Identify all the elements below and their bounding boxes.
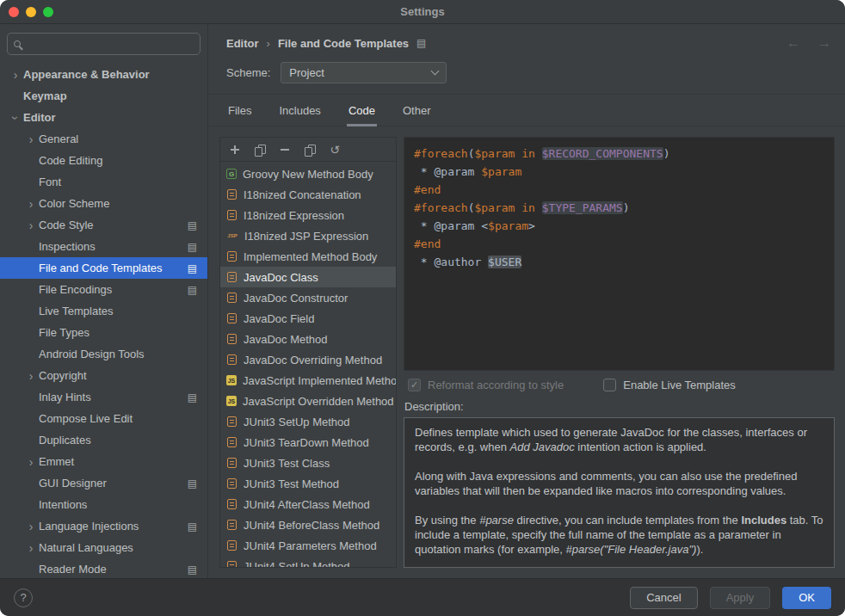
template-item-javadoc-method[interactable]: JavaDoc Method <box>220 329 396 349</box>
sidebar-item-gui-designer[interactable]: GUI Designer▤ <box>0 472 207 494</box>
sidebar-item-color-scheme[interactable]: ›Color Scheme <box>0 193 207 214</box>
sidebar-item-label: Duplicates <box>39 434 91 447</box>
reformat-label: Reformat according to style <box>428 379 564 391</box>
template-item-implemented-method-body[interactable]: Implemented Method Body <box>220 246 396 267</box>
template-item-junit4-parameters-method[interactable]: JUnit4 Parameters Method <box>220 535 396 556</box>
chevron-collapsed-icon[interactable]: › <box>26 543 36 553</box>
template-item-javadoc-field[interactable]: JavaDoc Field <box>220 308 396 329</box>
per-project-icon: ▤ <box>188 564 197 576</box>
sidebar-item-duplicates[interactable]: Duplicates <box>0 429 207 451</box>
chevron-collapsed-icon[interactable]: › <box>26 521 36 532</box>
settings-search-field[interactable] <box>7 33 200 55</box>
chevron-collapsed-icon[interactable]: › <box>10 70 21 80</box>
sidebar-item-file-encodings[interactable]: File Encodings▤ <box>0 279 207 300</box>
description-text[interactable]: Defines template which used to generate … <box>404 417 835 568</box>
settings-main: Editor › File and Code Templates ▤ ← → S… <box>208 24 845 578</box>
ok-button[interactable]: OK <box>782 587 831 609</box>
sidebar-item-inspections[interactable]: Inspections▤ <box>0 236 207 257</box>
sidebar-item-reader-mode[interactable]: Reader Mode▤ <box>0 558 207 578</box>
copy-template-icon[interactable] <box>303 143 317 157</box>
apply-button[interactable]: Apply <box>710 587 771 609</box>
template-item-label: Implemented Method Body <box>244 250 377 263</box>
add-template-icon[interactable] <box>228 143 242 157</box>
sidebar-item-label: Inlay Hints <box>39 391 91 403</box>
description-label: Description: <box>404 400 835 413</box>
template-item-javascript-overridden-method[interactable]: JSJavaScript Overridden Method <box>220 391 396 411</box>
template-item-junit4-beforeclass-method[interactable]: JUnit4 BeforeClass Method <box>220 514 396 535</box>
sidebar-item-copyright[interactable]: ›Copyright <box>0 365 207 386</box>
minimize-button[interactable] <box>26 7 36 17</box>
sidebar-item-android-design-tools[interactable]: Android Design Tools <box>0 343 207 365</box>
per-project-icon: ▤ <box>188 241 197 253</box>
scheme-select[interactable]: Project <box>281 62 447 83</box>
template-list: GGroovy New Method BodyI18nized Concaten… <box>220 162 396 567</box>
template-template-icon <box>227 499 237 509</box>
tab-includes[interactable]: Includes <box>277 95 322 126</box>
template-item-junit3-test-class[interactable]: JUnit3 Test Class <box>220 453 396 473</box>
template-item-groovy-new-method-body[interactable]: GGroovy New Method Body <box>220 163 396 184</box>
forward-icon[interactable]: → <box>817 35 831 51</box>
sidebar-item-file-and-code-templates[interactable]: File and Code Templates▤ <box>0 257 207 279</box>
enable-live-templates-checkbox[interactable]: Enable Live Templates <box>603 379 736 391</box>
remove-template-icon[interactable] <box>278 143 292 157</box>
sidebar-item-code-editing[interactable]: Code Editing <box>0 150 207 171</box>
sidebar-item-font[interactable]: Font <box>0 171 207 193</box>
tab-other[interactable]: Other <box>401 95 433 126</box>
sidebar-item-code-style[interactable]: ›Code Style▤ <box>0 214 207 236</box>
template-item-i18nized-expression[interactable]: I18nized Expression <box>220 205 396 225</box>
create-child-template-icon[interactable] <box>253 143 267 157</box>
template-item-junit4-afterclass-method[interactable]: JUnit4 AfterClass Method <box>220 494 396 514</box>
zoom-button[interactable] <box>43 7 53 17</box>
template-item-i18nized-concatenation[interactable]: I18nized Concatenation <box>220 184 396 205</box>
sidebar-item-language-injections[interactable]: ›Language Injections▤ <box>0 515 207 537</box>
sidebar-item-general[interactable]: ›General <box>0 128 207 150</box>
help-button[interactable]: ? <box>14 588 33 607</box>
template-item-javadoc-class[interactable]: JavaDoc Class <box>220 267 396 287</box>
template-item-junit3-teardown-method[interactable]: JUnit3 TearDown Method <box>220 432 396 453</box>
sidebar-item-emmet[interactable]: ›Emmet <box>0 451 207 472</box>
template-item-junit4-setup-method[interactable]: JUnit4 SetUp Method <box>220 556 396 567</box>
close-button[interactable] <box>9 7 19 17</box>
sidebar-item-appearance-behavior[interactable]: ›Appearance & Behavior <box>0 64 207 85</box>
window-title: Settings <box>400 5 444 18</box>
search-input[interactable] <box>26 37 194 52</box>
template-item-label: JavaDoc Field <box>244 312 314 325</box>
dialog-footer: ? Cancel Apply OK <box>0 578 845 616</box>
sidebar-item-editor[interactable]: ›Editor <box>0 107 207 128</box>
chevron-collapsed-icon[interactable]: › <box>26 220 36 231</box>
sidebar-item-keymap[interactable]: Keymap <box>0 85 207 107</box>
sidebar-item-natural-languages[interactable]: ›Natural Languages <box>0 537 207 558</box>
template-item-javascript-implemented-method[interactable]: JSJavaScript Implemented Method <box>220 370 396 391</box>
tab-files[interactable]: Files <box>226 95 253 126</box>
template-item-javadoc-overriding-method[interactable]: JavaDoc Overriding Method <box>220 349 396 370</box>
tab-code[interactable]: Code <box>347 95 377 126</box>
breadcrumb-editor[interactable]: Editor <box>226 37 259 50</box>
chevron-collapsed-icon[interactable]: › <box>26 371 36 381</box>
reset-to-default-icon[interactable]: ↺ <box>328 143 342 157</box>
chevron-expanded-icon[interactable]: › <box>10 113 21 123</box>
chevron-collapsed-icon[interactable]: › <box>26 457 36 467</box>
template-item-javadoc-constructor[interactable]: JavaDoc Constructor <box>220 287 396 308</box>
template-item-label: JUnit4 AfterClass Method <box>244 498 370 511</box>
back-icon[interactable]: ← <box>786 35 800 51</box>
template-item-junit3-test-method[interactable]: JUnit3 Test Method <box>220 473 396 494</box>
title-bar: Settings <box>0 0 845 24</box>
per-project-icon: ▤ <box>188 391 197 403</box>
sidebar-item-inlay-hints[interactable]: Inlay Hints▤ <box>0 386 207 408</box>
template-item-i18nized-jsp-expression[interactable]: JSPI18nized JSP Expression <box>220 225 396 246</box>
sidebar-item-label: File and Code Templates <box>39 262 163 274</box>
search-icon <box>14 40 21 47</box>
chevron-collapsed-icon[interactable]: › <box>26 199 36 209</box>
sidebar-item-label: Editor <box>23 111 56 124</box>
chevron-collapsed-icon[interactable]: › <box>26 134 36 145</box>
cancel-button[interactable]: Cancel <box>630 587 697 609</box>
template-editor[interactable]: #foreach($param in $RECORD_COMPONENTS) *… <box>404 137 835 371</box>
sidebar-item-file-types[interactable]: File Types <box>0 322 207 343</box>
template-toolbar: ↺ <box>220 138 396 162</box>
sidebar-item-live-templates[interactable]: Live Templates <box>0 300 207 322</box>
reformat-checkbox[interactable]: ✓ Reformat according to style <box>408 379 564 391</box>
sidebar-item-intentions[interactable]: Intentions <box>0 494 207 515</box>
sidebar-item-compose-live-edit[interactable]: Compose Live Edit <box>0 408 207 429</box>
template-item-junit3-setup-method[interactable]: JUnit3 SetUp Method <box>220 411 396 432</box>
template-options: ✓ Reformat according to style Enable Liv… <box>404 371 835 398</box>
